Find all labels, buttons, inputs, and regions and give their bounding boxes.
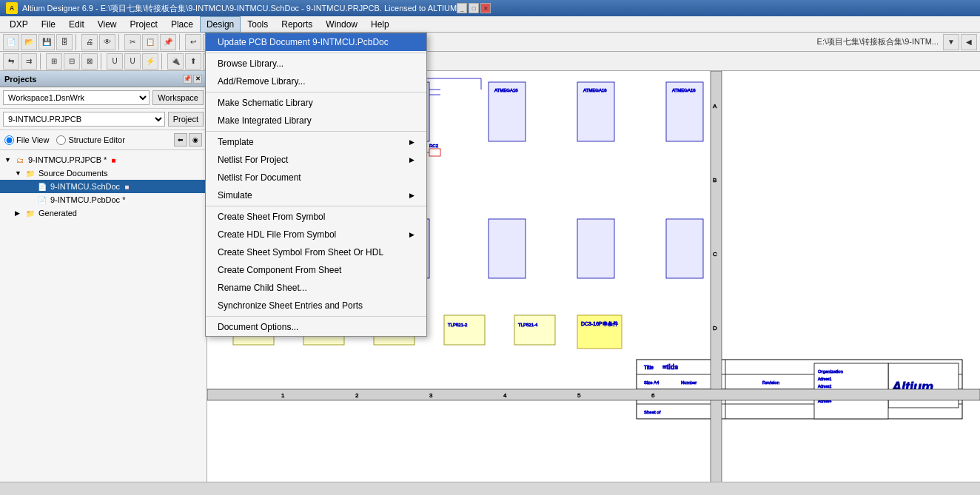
menu-simulate[interactable]: Simulate ▶ — [206, 186, 426, 204]
menu-help[interactable]: Help — [364, 16, 396, 33]
netlist-document-label: Netlist For Document — [218, 172, 301, 183]
project-button[interactable]: Project — [168, 112, 204, 127]
file-view-radio[interactable]: File View — [4, 135, 49, 145]
view-icon-2[interactable]: ◉ — [189, 133, 202, 147]
menu-edit[interactable]: Edit — [62, 16, 91, 33]
svg-text:4: 4 — [503, 392, 507, 399]
svg-text:6: 6 — [651, 392, 655, 399]
menu-netlist-project[interactable]: Netlist For Project ▶ — [206, 151, 426, 169]
view-icon-1[interactable]: ⬅ — [174, 133, 187, 147]
menu-make-schematic-library[interactable]: Make Schematic Library — [206, 94, 426, 112]
tb-cut[interactable]: ✂ — [124, 34, 141, 50]
netlist-project-label: Netlist For Project — [218, 155, 288, 165]
svg-text:Revision: Revision — [762, 380, 779, 385]
tree-schdoc-label: 9-INTMCU.SchDoc — [50, 182, 120, 191]
menu-bar: DXP File Edit View Project Place Design … — [0, 16, 980, 33]
create-sheet-symbol-hdl-label: Create Sheet Symbol From Sheet Or HDL — [218, 247, 383, 257]
tb2-4[interactable]: ⊟ — [64, 53, 80, 70]
project-selector: 9-INTMCU.PRJPCB Project — [0, 109, 207, 130]
tb-path-dropdown[interactable]: ▼ — [943, 34, 959, 50]
tb-print[interactable]: 🖨 — [81, 34, 98, 50]
separator-3 — [206, 131, 426, 132]
tb-new[interactable]: 📄 — [3, 34, 19, 50]
svg-text:Number: Number — [681, 380, 697, 385]
workspace-selector: Workspace1.DsnWrk Workspace — [0, 87, 207, 109]
minimize-button[interactable]: _ — [457, 3, 467, 13]
menu-file[interactable]: File — [35, 16, 62, 33]
tb2-9[interactable]: 🔌 — [167, 53, 184, 70]
svg-rect-93 — [207, 389, 980, 400]
panel-pin[interactable]: 📌 — [183, 75, 192, 84]
tree-source-label: Source Documents — [38, 169, 108, 178]
template-arrow: ▶ — [409, 138, 415, 146]
separator-5 — [206, 316, 426, 317]
svg-text:ATMEGA16: ATMEGA16 — [583, 88, 607, 92]
tb2-8[interactable]: ⚡ — [142, 53, 158, 70]
generated-icon: 📁 — [25, 208, 36, 218]
tb-open[interactable]: 📂 — [21, 34, 37, 50]
menu-place[interactable]: Place — [164, 16, 200, 33]
menu-browse-library[interactable]: Browse Library... — [206, 55, 426, 73]
sep8 — [161, 53, 164, 70]
tb2-3[interactable]: ⊞ — [46, 53, 62, 70]
menu-create-sheet-symbol[interactable]: Create Sheet From Symbol — [206, 208, 426, 226]
menu-add-remove-library[interactable]: Add/Remove Library... — [206, 73, 426, 90]
menu-reports[interactable]: Reports — [275, 16, 319, 33]
tb2-7[interactable]: U — [124, 53, 141, 70]
tb-save-all[interactable]: 🗄 — [56, 34, 73, 50]
tb2-5[interactable]: ⊠ — [81, 53, 98, 70]
menu-create-sheet-symbol-hdl[interactable]: Create Sheet Symbol From Sheet Or HDL — [206, 243, 426, 261]
make-schematic-library-label: Make Schematic Library — [218, 98, 313, 108]
workspace-button[interactable]: Workspace — [152, 90, 204, 105]
create-component-label: Create Component From Sheet — [218, 265, 341, 275]
tree-pcbdoc[interactable]: 📄 9-INTMCU.PcbDoc * — [0, 193, 207, 206]
tree-generated[interactable]: ▶ 📁 Generated — [0, 206, 207, 220]
menu-netlist-document[interactable]: Netlist For Document — [206, 169, 426, 186]
menu-make-integrated-library[interactable]: Make Integrated Library — [206, 112, 426, 129]
tree-arrow-source: ▼ — [15, 169, 22, 177]
panel-close[interactable]: ✕ — [193, 75, 202, 84]
tb-copy[interactable]: 📋 — [142, 34, 158, 50]
netlist-project-arrow: ▶ — [409, 156, 415, 164]
menu-create-component[interactable]: Create Component From Sheet — [206, 261, 426, 279]
tree-project[interactable]: ▼ 🗂 9-INTMCU.PRJPCB * ■ — [0, 153, 207, 166]
svg-text:D: D — [713, 325, 717, 331]
tree-schdoc[interactable]: 📄 9-INTMCU.SchDoc ■ — [0, 180, 207, 193]
menu-document-options[interactable]: Document Options... — [206, 318, 426, 336]
title-bar: A Altium Designer 6.9 - E:\项目七集\转接板合集\9-… — [0, 0, 980, 16]
tb-back[interactable]: ◀ — [961, 34, 977, 50]
sep1 — [75, 34, 78, 50]
tb2-10[interactable]: ⬆ — [185, 53, 201, 70]
menu-template[interactable]: Template ▶ — [206, 133, 426, 151]
toolbar-primary: 📄 📂 💾 🗄 🖨 👁 ✂ 📋 📌 ↩ ↪ 🔍 ⊕ ⊖ ? E:\项目七集\转接… — [0, 33, 980, 52]
menu-dxp[interactable]: DXP — [3, 16, 35, 33]
menu-rename-child[interactable]: Rename Child Sheet... — [206, 279, 426, 297]
maximize-button[interactable]: □ — [469, 3, 479, 13]
menu-create-hdl[interactable]: Create HDL File From Symbol ▶ — [206, 226, 426, 243]
tb2-2[interactable]: ⇉ — [21, 53, 37, 70]
tb-save[interactable]: 💾 — [38, 34, 55, 50]
menu-tools[interactable]: Tools — [241, 16, 275, 33]
tree-source-docs[interactable]: ▼ 📁 Source Documents — [0, 166, 207, 180]
tb-undo[interactable]: ↩ — [185, 34, 201, 50]
tree-project-label: 9-INTMCU.PRJPCB * — [28, 155, 107, 164]
workspace-dropdown[interactable]: Workspace1.DsnWrk — [3, 90, 150, 105]
tb-paste[interactable]: 📌 — [160, 34, 176, 50]
project-dropdown[interactable]: 9-INTMCU.PRJPCB — [3, 112, 165, 127]
menu-design[interactable]: Design — [200, 16, 241, 33]
structure-editor-radio[interactable]: Structure Editor — [56, 135, 124, 145]
menu-update-pcb[interactable]: Update PCB Document 9-INTMCU.PcbDoc — [206, 33, 426, 51]
svg-text:Title: Title — [644, 365, 654, 370]
tb-print-prev[interactable]: 👁 — [99, 34, 115, 50]
project-icon: 🗂 — [15, 155, 25, 165]
tb2-1[interactable]: ⇆ — [3, 53, 19, 70]
menu-window[interactable]: Window — [319, 16, 364, 33]
tb2-6[interactable]: U — [107, 53, 123, 70]
sep2 — [118, 34, 121, 50]
svg-rect-51 — [666, 219, 703, 278]
menu-sync-entries[interactable]: Synchronize Sheet Entries and Ports — [206, 297, 426, 314]
menu-project[interactable]: Project — [124, 16, 164, 33]
close-button[interactable]: ✕ — [480, 3, 491, 13]
menu-view[interactable]: View — [91, 16, 124, 33]
svg-text:Adress1: Adress1 — [818, 377, 832, 381]
